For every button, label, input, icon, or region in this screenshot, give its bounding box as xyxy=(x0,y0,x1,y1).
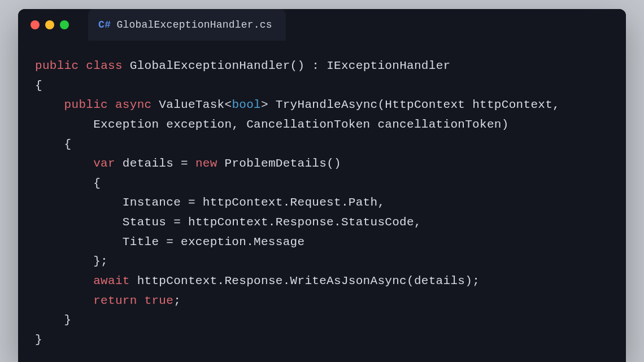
file-tab[interactable]: C# GlobalExceptionHandler.cs xyxy=(88,9,286,41)
code-line: { xyxy=(35,79,42,92)
code-line: } xyxy=(35,333,42,346)
code-line: } xyxy=(35,313,72,326)
zoom-icon[interactable] xyxy=(60,20,69,29)
code-line: var details = new ProblemDetails() xyxy=(35,157,341,170)
minimize-icon[interactable] xyxy=(45,20,54,29)
code-line: public class GlobalExceptionHandler() : … xyxy=(35,59,450,72)
close-icon[interactable] xyxy=(31,20,40,29)
code-line: { xyxy=(35,138,72,151)
tab-filename: GlobalExceptionHandler.cs xyxy=(117,19,272,30)
code-line: { xyxy=(35,177,101,190)
titlebar: C# GlobalExceptionHandler.cs xyxy=(18,9,626,41)
code-line: public async ValueTask<bool> TryHandleAs… xyxy=(35,98,560,111)
code-editor[interactable]: public class GlobalExceptionHandler() : … xyxy=(18,41,626,362)
language-badge-icon: C# xyxy=(98,19,111,30)
editor-window: C# GlobalExceptionHandler.cs public clas… xyxy=(18,9,626,362)
code-line: Exception exception, CancellationToken c… xyxy=(35,118,509,131)
code-line: Title = exception.Message xyxy=(35,235,304,248)
code-line: Instance = httpContext.Request.Path, xyxy=(35,196,385,209)
code-line: Status = httpContext.Response.StatusCode… xyxy=(35,216,421,229)
code-line: }; xyxy=(35,255,108,268)
code-line: await httpContext.Response.WriteAsJsonAs… xyxy=(35,274,480,287)
code-line: return true; xyxy=(35,294,181,307)
traffic-lights xyxy=(31,20,69,29)
